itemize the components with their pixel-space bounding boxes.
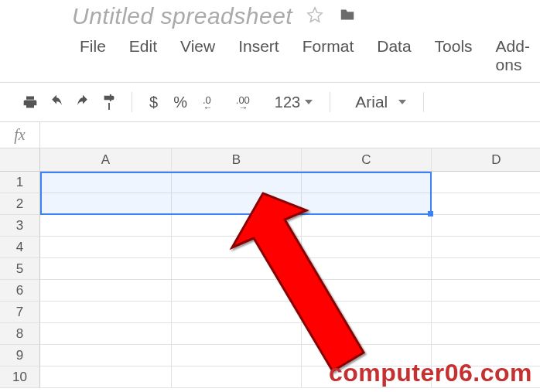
cell[interactable] — [432, 280, 540, 302]
cell[interactable] — [432, 215, 540, 237]
cell[interactable] — [302, 193, 432, 215]
column-header[interactable]: A — [40, 148, 172, 172]
row-header[interactable]: 8 — [0, 323, 40, 345]
toolbar: $ % .0← .00→ 123 Arial — [0, 83, 540, 122]
toolbar-separator — [330, 92, 330, 112]
font-name-label: Arial — [355, 93, 388, 111]
cell[interactable] — [40, 193, 172, 215]
formula-bar: fx — [0, 122, 540, 148]
row-headers: 1 2 3 4 5 6 7 8 9 10 — [0, 148, 40, 388]
cell[interactable] — [432, 172, 540, 193]
menu-data[interactable]: Data — [377, 37, 411, 74]
cell[interactable] — [172, 215, 302, 237]
font-selector[interactable]: Arial — [341, 93, 412, 111]
cell[interactable] — [302, 172, 432, 193]
chevron-down-icon — [398, 100, 406, 104]
row-header[interactable]: 2 — [0, 193, 40, 215]
cell[interactable] — [432, 302, 540, 323]
toolbar-separator — [132, 92, 132, 112]
cell[interactable] — [432, 323, 540, 345]
toolbar-separator — [423, 92, 424, 112]
cell[interactable] — [432, 237, 540, 258]
cell[interactable] — [40, 258, 172, 280]
menu-file[interactable]: File — [80, 37, 106, 74]
row-header[interactable]: 5 — [0, 258, 40, 280]
chevron-down-icon — [305, 100, 313, 104]
cell[interactable] — [40, 280, 172, 302]
print-icon[interactable] — [19, 92, 42, 112]
select-all-corner[interactable] — [0, 148, 40, 172]
watermark: computer06.com — [329, 359, 532, 387]
menu-edit[interactable]: Edit — [129, 37, 157, 74]
header: Untitled spreadsheet File Edit View Inse… — [0, 0, 540, 83]
row-header[interactable]: 4 — [0, 237, 40, 258]
title-row: Untitled spreadsheet — [14, 3, 540, 34]
document-title[interactable]: Untitled spreadsheet — [72, 3, 292, 29]
cell[interactable] — [40, 302, 172, 323]
paint-format-icon[interactable] — [97, 92, 121, 112]
menu-addons[interactable]: Add-ons — [496, 37, 540, 74]
column-headers: A B C D — [40, 148, 540, 172]
decrease-decimal-button[interactable]: .0← — [197, 94, 227, 111]
cell[interactable] — [172, 258, 302, 280]
cells-area — [40, 172, 540, 388]
cell[interactable] — [302, 237, 432, 258]
cell[interactable] — [172, 193, 302, 215]
cell[interactable] — [302, 258, 432, 280]
menu-view[interactable]: View — [180, 37, 215, 74]
cell[interactable] — [302, 280, 432, 302]
cell[interactable] — [40, 366, 172, 388]
menu-format[interactable]: Format — [302, 37, 354, 74]
format-currency-button[interactable]: $ — [143, 94, 164, 111]
row-header[interactable]: 1 — [0, 172, 40, 193]
cell[interactable] — [40, 323, 172, 345]
more-formats-label: 123 — [275, 94, 300, 111]
more-formats-button[interactable]: 123 — [268, 94, 319, 111]
cell[interactable] — [40, 345, 172, 366]
row-header[interactable]: 9 — [0, 345, 40, 366]
menu-bar: File Edit View Insert Format Data Tools … — [14, 34, 540, 82]
cell[interactable] — [432, 258, 540, 280]
cell[interactable] — [40, 215, 172, 237]
format-percent-button[interactable]: % — [167, 94, 193, 111]
cell[interactable] — [432, 193, 540, 215]
cell[interactable] — [172, 280, 302, 302]
row-header[interactable]: 10 — [0, 366, 40, 388]
cell[interactable] — [40, 237, 172, 258]
column-header[interactable]: B — [172, 148, 302, 172]
cell[interactable] — [172, 172, 302, 193]
menu-tools[interactable]: Tools — [435, 37, 473, 74]
fx-label: fx — [0, 122, 40, 148]
folder-icon[interactable] — [337, 6, 357, 26]
cell[interactable] — [172, 323, 302, 345]
cell[interactable] — [172, 237, 302, 258]
cell[interactable] — [40, 172, 172, 193]
column-header[interactable]: D — [432, 148, 540, 172]
cell[interactable] — [302, 323, 432, 345]
redo-icon[interactable] — [71, 92, 94, 112]
spreadsheet-grid: 1 2 3 4 5 6 7 8 9 10 A B C D — [0, 148, 540, 388]
increase-decimal-button[interactable]: .00→ — [230, 94, 265, 111]
row-header[interactable]: 6 — [0, 280, 40, 302]
cell[interactable] — [172, 366, 302, 388]
column-header[interactable]: C — [302, 148, 432, 172]
cell[interactable] — [172, 302, 302, 323]
cell[interactable] — [302, 215, 432, 237]
row-header[interactable]: 7 — [0, 302, 40, 323]
menu-insert[interactable]: Insert — [238, 37, 279, 74]
star-icon[interactable] — [306, 6, 323, 26]
undo-icon[interactable] — [45, 92, 68, 112]
formula-input[interactable] — [40, 122, 540, 148]
row-header[interactable]: 3 — [0, 215, 40, 237]
cell[interactable] — [172, 345, 302, 366]
cell[interactable] — [302, 302, 432, 323]
